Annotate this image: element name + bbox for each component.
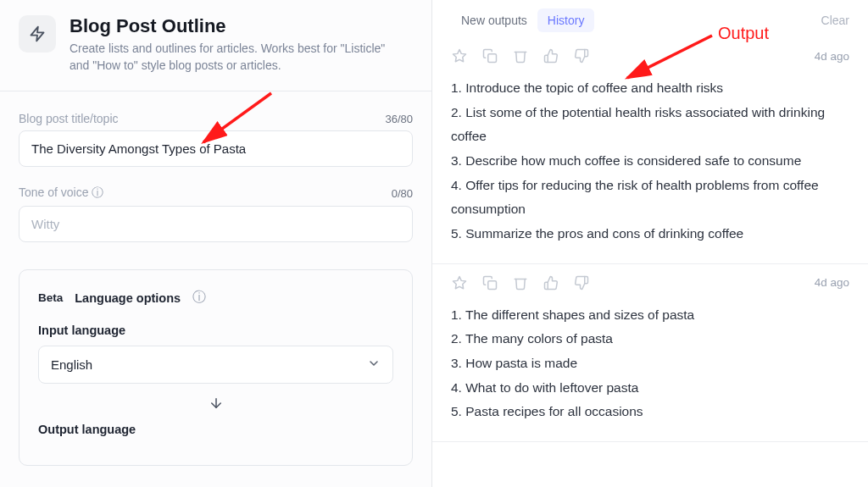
outline-list: 1. The different shapes and sizes of pas…: [451, 303, 849, 424]
output-card: 4d ago 1. The different shapes and sizes…: [432, 264, 868, 442]
input-language-value: English: [51, 357, 92, 372]
copy-icon[interactable]: [481, 47, 498, 64]
star-icon[interactable]: [451, 47, 468, 64]
output-timestamp: 4d ago: [815, 276, 849, 289]
clear-button[interactable]: Clear: [821, 14, 849, 27]
topic-input[interactable]: [19, 130, 413, 167]
tone-label: Tone of voice ⓘ: [19, 185, 103, 201]
svg-rect-3: [488, 54, 497, 63]
output-timestamp: 4d ago: [815, 50, 849, 63]
svg-marker-0: [31, 27, 44, 42]
svg-marker-2: [453, 50, 466, 62]
tool-icon: [19, 15, 56, 53]
info-icon[interactable]: ⓘ: [192, 289, 206, 307]
thumbs-up-icon[interactable]: [542, 274, 559, 291]
left-panel: Blog Post Outline Create lists and outli…: [0, 0, 432, 487]
delete-icon[interactable]: [512, 274, 529, 291]
topic-counter: 36/80: [385, 113, 413, 125]
list-item: 1. The different shapes and sizes of pas…: [451, 303, 849, 328]
list-item: 2. The many colors of pasta: [451, 327, 849, 351]
tool-title: Blog Post Outline: [70, 15, 400, 37]
thumbs-down-icon[interactable]: [573, 47, 590, 64]
tab-new-outputs[interactable]: New outputs: [451, 8, 537, 32]
thumbs-down-icon[interactable]: [573, 274, 590, 291]
arrow-down-icon: [209, 396, 224, 411]
list-item: 5. Pasta recipes for all occasions: [451, 400, 849, 424]
svg-rect-5: [488, 280, 497, 289]
svg-marker-4: [453, 276, 466, 288]
right-panel: New outputs History Clear 4d ago 1. Intr…: [432, 0, 868, 487]
swap-languages-button[interactable]: [38, 384, 393, 423]
output-card: 4d ago 1. Introduce the topic of coffee …: [432, 37, 868, 264]
copy-icon[interactable]: [481, 274, 498, 291]
list-item: 1. Introduce the topic of coffee and hea…: [451, 76, 849, 101]
list-item: 3. Describe how much coffee is considere…: [451, 149, 849, 174]
lightning-icon: [29, 25, 46, 42]
input-language-select[interactable]: English: [38, 346, 393, 384]
list-item: 5. Summarize the pros and cons of drinki…: [451, 222, 849, 246]
output-language-label: Output language: [38, 423, 393, 436]
list-item: 3. How pasta is made: [451, 351, 849, 376]
beta-badge: Beta: [38, 291, 63, 304]
delete-icon[interactable]: [512, 47, 529, 64]
star-icon[interactable]: [451, 274, 468, 291]
info-icon: ⓘ: [92, 185, 103, 199]
tone-counter: 0/80: [392, 187, 413, 200]
tool-description: Create lists and outlines for articles. …: [70, 41, 400, 74]
list-item: 2. List some of the potential health ris…: [451, 101, 849, 149]
chevron-down-icon: [367, 357, 381, 373]
thumbs-up-icon[interactable]: [542, 47, 559, 64]
language-options-card: Beta Language options ⓘ Input language E…: [19, 269, 413, 466]
list-item: 4. Offer tips for reducing the risk of h…: [451, 174, 849, 222]
list-item: 4. What to do with leftover pasta: [451, 376, 849, 401]
language-options-heading: Language options: [75, 291, 181, 305]
input-language-label: Input language: [38, 324, 393, 337]
tone-input[interactable]: [19, 206, 413, 242]
tabs: New outputs History Clear: [432, 0, 868, 37]
outline-list: 1. Introduce the topic of coffee and hea…: [451, 76, 849, 246]
topic-label: Blog post title/topic: [19, 112, 119, 125]
tab-history[interactable]: History: [537, 8, 595, 32]
tool-header: Blog Post Outline Create lists and outli…: [0, 0, 431, 91]
